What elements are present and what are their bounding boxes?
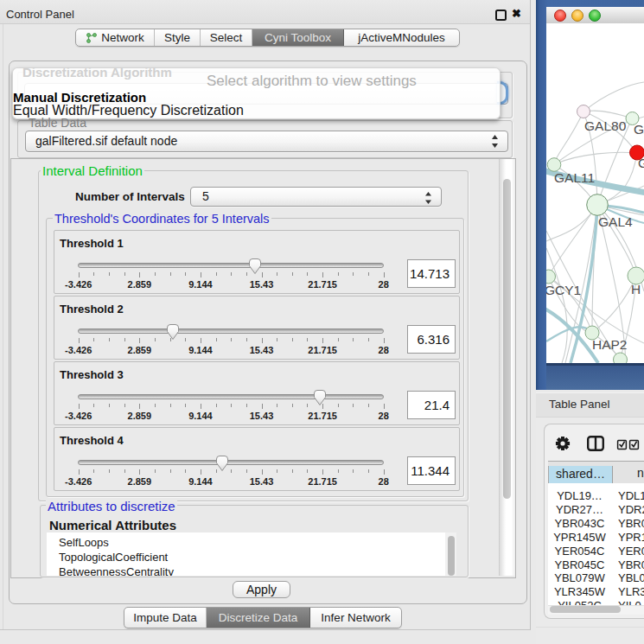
svg-text:H: H <box>631 282 641 296</box>
svg-text:GA: GA <box>638 156 644 170</box>
svg-text:GA: GA <box>634 122 644 137</box>
svg-text:GAL80: GAL80 <box>584 118 627 133</box>
svg-text:GCY1: GCY1 <box>546 283 581 297</box>
svg-text:HAP2: HAP2 <box>592 337 628 352</box>
svg-text:GAL11: GAL11 <box>554 170 595 185</box>
svg-text:GAL4: GAL4 <box>598 214 633 229</box>
